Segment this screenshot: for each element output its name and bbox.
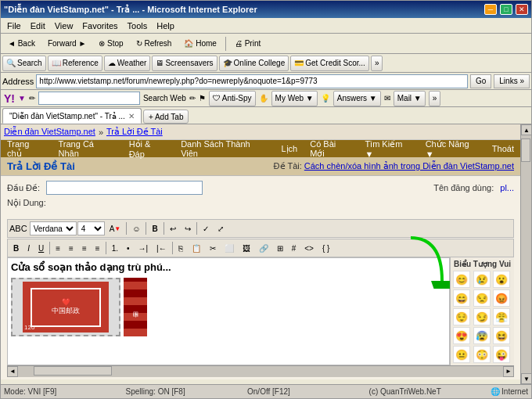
underline-btn[interactable]: U (34, 241, 48, 255)
link-btn[interactable]: 🔗 (255, 241, 272, 255)
table-btn[interactable]: ⊞ (273, 241, 287, 255)
emoji-item[interactable]: 😆 (493, 327, 510, 344)
search-toolbar-button[interactable]: 🔍 Search (2, 56, 46, 71)
menu-edit[interactable]: Edit (26, 20, 50, 31)
outdent-btn[interactable]: |← (153, 241, 171, 255)
dau-de-input[interactable] (46, 181, 203, 195)
h-scroll-track[interactable] (18, 366, 503, 377)
emoji-item[interactable]: 😡 (493, 289, 510, 307)
anti-spy-button[interactable]: 🛡 Anti-Spy (209, 91, 256, 106)
color-button[interactable]: A ▼ (106, 221, 125, 235)
menu-view[interactable]: View (50, 20, 78, 31)
go-button[interactable]: Go (470, 74, 491, 88)
address-input[interactable] (36, 74, 468, 88)
scroll-thumb[interactable] (521, 138, 530, 162)
align-left-btn[interactable]: ≡ (52, 241, 64, 255)
nav-danh-sach[interactable]: Danh Sách Thành Viên (174, 140, 275, 157)
emoji-item[interactable]: 😌 (453, 308, 470, 325)
active-tab[interactable]: "Diễn đàn VietStamp.net" - Trả ... ✕ (2, 108, 142, 124)
breadcrumb-home[interactable]: Diễn đàn VietStamp.net (4, 127, 95, 137)
italic-btn[interactable]: I (23, 241, 34, 255)
spell-icon-button[interactable]: ✓ (199, 221, 213, 235)
hash-btn[interactable]: # (288, 241, 300, 255)
scroll-left-button[interactable]: ◄ (7, 366, 18, 377)
select-all-btn[interactable]: ⬜ (221, 241, 238, 255)
nav-co-bai-moi[interactable]: Có Bài Mới (304, 140, 358, 157)
editor-content-area[interactable]: Cửa sổ soạn thảo dạng trù phú... ❤️中国邮政 … (7, 257, 450, 365)
nav-hoi-dap[interactable]: Hỏi & Đáp (123, 140, 175, 157)
nav-thoat[interactable]: Thoát (486, 140, 520, 157)
minimize-button[interactable]: ─ (484, 4, 497, 15)
search-web-input[interactable] (38, 92, 140, 105)
ordered-list-btn[interactable]: 1. (108, 241, 122, 255)
back-button[interactable]: ◄ Back (2, 35, 41, 52)
emoji-item[interactable]: 😏 (473, 308, 491, 325)
screensavers-button[interactable]: 🖥 Screensavers (152, 56, 217, 71)
nav-trang-ca-nhan[interactable]: Trang Cá Nhân (52, 140, 123, 157)
tab-close-button[interactable]: ✕ (128, 112, 135, 120)
align-right-btn[interactable]: ≡ (78, 241, 91, 255)
answers-button[interactable]: Answers ▼ (333, 91, 381, 106)
copy-btn[interactable]: ⎘ (174, 241, 187, 255)
emoji-item[interactable]: 😍 (453, 327, 470, 344)
expand-button[interactable]: ⤢ (214, 221, 228, 235)
nav-chuc-nang[interactable]: Chức Năng ▼ (419, 140, 486, 157)
menu-help[interactable]: Help (152, 20, 179, 31)
scroll-down-button[interactable]: ▼ (521, 373, 531, 384)
paste-btn[interactable]: 📋 (188, 241, 205, 255)
emoji-item[interactable]: 😰 (473, 327, 491, 344)
more-yahoo-button[interactable]: » (429, 91, 441, 106)
reference-toolbar-button[interactable]: 📖 Reference (48, 56, 102, 71)
forward-button[interactable]: Forward ► (42, 35, 92, 52)
more-toolbar-button[interactable]: » (371, 56, 383, 71)
nav-trang-chu[interactable]: Trang chủ (1, 140, 52, 157)
h-scroll-thumb[interactable] (34, 366, 112, 376)
emoji-item[interactable]: 😊 (453, 271, 470, 288)
maximize-button[interactable]: □ (500, 4, 512, 15)
emoji-item[interactable]: 😜 (493, 346, 510, 363)
scroll-track[interactable] (521, 135, 531, 373)
print-button[interactable]: 🖨 Print (229, 35, 266, 52)
add-tab-button[interactable]: + Add Tab (143, 110, 189, 124)
home-button[interactable]: 🏠 Home (178, 35, 221, 52)
stop-button[interactable]: ⊗ Stop (93, 35, 128, 52)
align-center-btn[interactable]: ≡ (65, 241, 77, 255)
image-btn[interactable]: 🖼 (239, 241, 254, 255)
nav-tim-kiem[interactable]: Tìm Kiếm ▼ (358, 140, 419, 157)
breadcrumb-page[interactable]: Trả Lời Đề Tài (106, 127, 163, 137)
nav-lich[interactable]: Lịch (275, 140, 304, 157)
menu-favorites[interactable]: Favorites (77, 20, 122, 31)
emoji-item[interactable]: 😄 (453, 289, 470, 307)
font-selector[interactable]: Verdana (30, 221, 77, 235)
emoji-item[interactable]: 😢 (473, 271, 491, 288)
menu-tools[interactable]: Tools (123, 20, 153, 31)
align-justify-btn[interactable]: ≡ (92, 241, 104, 255)
links-button[interactable]: Links » (494, 74, 530, 88)
emoji-item[interactable]: 😒 (473, 289, 491, 307)
get-credit-button[interactable]: 💳 Get Credit Scor... (290, 56, 369, 71)
weather-button[interactable]: ☁ Weather (104, 56, 151, 71)
emoji-item[interactable]: 😤 (493, 308, 510, 325)
redo-button[interactable]: ↪ (181, 221, 195, 235)
undo-button[interactable]: ↩ (166, 221, 180, 235)
my-web-button[interactable]: My Web ▼ (271, 91, 318, 106)
unordered-list-btn[interactable]: • (123, 241, 134, 255)
size-selector[interactable]: 4 (77, 221, 105, 235)
close-button[interactable]: ✕ (516, 4, 528, 15)
lt-btn[interactable]: <> (300, 241, 318, 255)
bold-button[interactable]: B (148, 221, 161, 235)
bold-btn2[interactable]: B (9, 241, 23, 255)
smiley-button[interactable]: ☺ (128, 221, 144, 235)
emoji-item[interactable]: 😮 (493, 271, 510, 288)
emoji-item[interactable]: 😳 (473, 346, 491, 363)
menu-file[interactable]: File (2, 20, 26, 31)
scroll-right-button[interactable]: ► (503, 366, 514, 377)
cut-btn[interactable]: ✂ (206, 241, 220, 255)
emoji-item[interactable]: 😐 (453, 346, 470, 363)
de-tai-link[interactable]: Cách chèn/xóa hình ảnh trong Diễn đàn Vi… (304, 161, 514, 171)
code-btn[interactable]: { } (318, 241, 333, 255)
mail-button[interactable]: Mail ▼ (394, 91, 426, 106)
scroll-up-button[interactable]: ▲ (521, 124, 531, 135)
refresh-button[interactable]: ↻ Refresh (131, 35, 178, 52)
online-college-button[interactable]: 🎓 Online College (219, 56, 289, 71)
